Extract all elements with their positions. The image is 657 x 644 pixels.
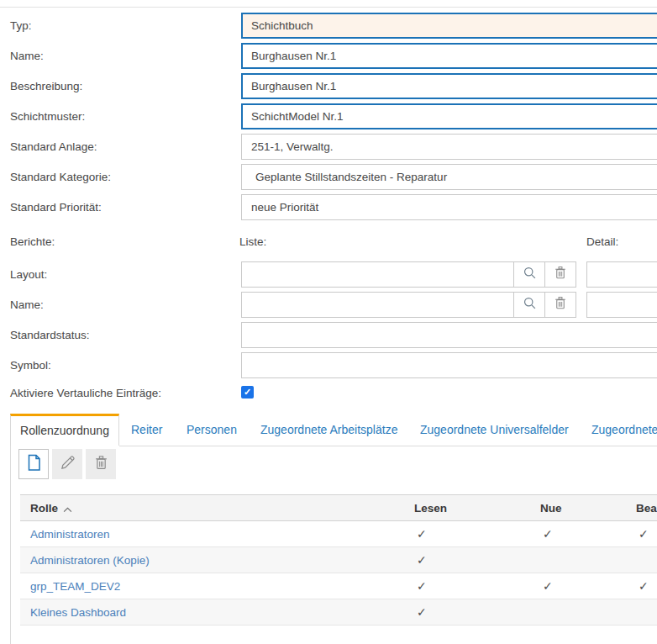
- layout-detail-input[interactable]: [586, 261, 657, 288]
- name-field[interactable]: Burghausen Nr.1: [241, 43, 657, 69]
- tab-zugeordnete-universalfelder[interactable]: Zugeordnete Universalfelder: [420, 414, 569, 446]
- standard-kategorie-field[interactable]: Geplante Stillstandszeiten - Reparatur: [241, 164, 657, 190]
- search-icon: [523, 266, 537, 283]
- standard-kategorie-label: Standard Kategorie:: [10, 164, 111, 190]
- new-document-icon: [26, 454, 42, 475]
- schichtmuster-field[interactable]: SchichtModel Nr.1: [241, 103, 657, 129]
- column-header-bea[interactable]: Bea: [636, 502, 657, 515]
- tab-personen[interactable]: Personen: [187, 414, 237, 446]
- berichte-name-label: Name:: [10, 292, 44, 318]
- shift-book-config-screen: Typ: Name: Beschreibung: Schichtmuster: …: [0, 0, 657, 644]
- confidential-entries-checkbox[interactable]: ✓: [241, 386, 254, 399]
- name-label: Name:: [10, 43, 44, 69]
- detail-label: Detail:: [586, 234, 618, 251]
- typ-field[interactable]: Schichtbuch: [241, 13, 657, 39]
- lesen-check-icon: ✓: [414, 553, 540, 567]
- table-row[interactable]: Kleines Dashboard ✓: [20, 599, 657, 626]
- trash-icon: [554, 296, 567, 314]
- trash-icon: [554, 266, 567, 283]
- role-link[interactable]: Kleines Dashboard: [30, 606, 126, 619]
- tab-zugeordnete-more[interactable]: Zugeordnete: [591, 414, 657, 446]
- tab-zugeordnete-arbeitsplaetze[interactable]: Zugeordnete Arbeitsplätze: [260, 414, 397, 446]
- standard-anlage-label: Standard Anlage:: [10, 134, 97, 160]
- role-link[interactable]: grp_TEAM_DEV2: [30, 580, 120, 593]
- column-header-rolle[interactable]: Rolle: [20, 501, 414, 515]
- standard-prioritaet-field[interactable]: neue Priorität: [241, 194, 657, 220]
- standard-prioritaet-label: Standard Priorität:: [10, 194, 102, 220]
- edit-pencil-icon: [60, 455, 76, 474]
- berichte-label: Berichte:: [10, 234, 55, 251]
- typ-label: Typ:: [10, 13, 32, 39]
- berichte-name-detail-input[interactable]: [586, 292, 657, 318]
- column-header-lesen[interactable]: Lesen: [414, 502, 540, 515]
- lesen-check-icon: ✓: [414, 605, 540, 619]
- beschreibung-field[interactable]: Burghausen Nr.1: [241, 73, 657, 99]
- lesen-check-icon: ✓: [414, 527, 540, 541]
- tab-panel-top-border: [119, 446, 657, 446]
- table-row[interactable]: Administratoren (Kopie) ✓: [20, 547, 657, 573]
- tab-rollenzuordnung[interactable]: Rollenzuordnung: [10, 414, 119, 446]
- bea-check-icon: ✓: [636, 579, 657, 593]
- liste-label: Liste:: [239, 234, 266, 251]
- search-icon: [523, 296, 537, 314]
- symbol-label: Symbol:: [10, 352, 51, 378]
- add-role-button[interactable]: [18, 449, 49, 479]
- confidential-entries-label: Aktiviere Vertauliche Einträge:: [10, 385, 161, 402]
- berichte-name-liste-input[interactable]: [241, 292, 514, 318]
- lesen-check-icon: ✓: [414, 579, 540, 593]
- edit-role-button[interactable]: [52, 449, 82, 479]
- nue-check-icon: ✓: [540, 579, 636, 593]
- bea-check-icon: ✓: [636, 527, 657, 541]
- role-link[interactable]: Administratoren (Kopie): [30, 554, 150, 567]
- trash-icon: [94, 455, 108, 474]
- roles-table: Rolle Lesen Nue Bea Administratoren ✓ ✓ …: [20, 494, 657, 626]
- layout-clear-button[interactable]: [544, 261, 576, 288]
- role-link[interactable]: Administratoren: [30, 528, 110, 541]
- column-header-nue[interactable]: Nue: [540, 502, 636, 515]
- beschreibung-label: Beschreibung:: [10, 73, 82, 99]
- table-row[interactable]: Administratoren ✓ ✓ ✓: [20, 521, 657, 547]
- standardstatus-field[interactable]: [241, 322, 657, 348]
- layout-search-button[interactable]: [513, 261, 545, 288]
- symbol-field[interactable]: [241, 352, 657, 378]
- nue-check-icon: ✓: [540, 527, 636, 541]
- standardstatus-label: Standardstatus:: [10, 322, 90, 348]
- top-divider: [0, 7, 657, 8]
- delete-role-button[interactable]: [86, 449, 116, 479]
- berichte-name-search-button[interactable]: [513, 292, 545, 318]
- standard-anlage-field[interactable]: 251-1, Verwaltg.: [241, 134, 657, 160]
- table-row[interactable]: grp_TEAM_DEV2 ✓ ✓ ✓: [20, 573, 657, 599]
- tab-reiter[interactable]: Reiter: [131, 414, 162, 446]
- layout-liste-input[interactable]: [241, 261, 514, 288]
- roles-table-header: Rolle Lesen Nue Bea: [20, 494, 657, 521]
- berichte-name-clear-button[interactable]: [544, 292, 576, 318]
- tab-panel-left-border: [10, 446, 11, 644]
- sort-ascending-icon: [63, 503, 72, 515]
- column-header-rolle-label: Rolle: [30, 502, 58, 515]
- layout-label: Layout:: [10, 261, 47, 288]
- schichtmuster-label: Schichtmuster:: [10, 103, 85, 129]
